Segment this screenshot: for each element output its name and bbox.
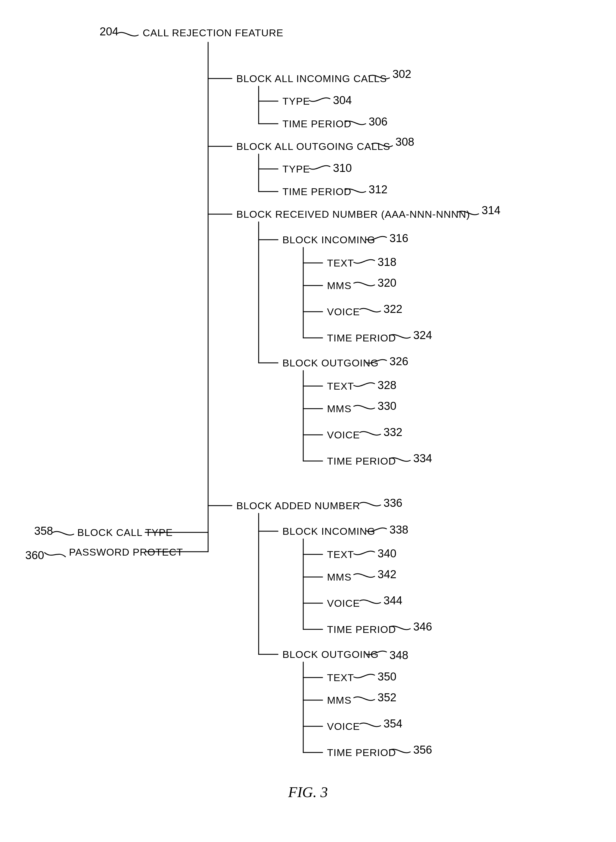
leader-358 <box>53 532 74 535</box>
ref-320: 320 <box>378 276 396 289</box>
figure-label: FIG. 3 <box>288 784 328 800</box>
label-308: BLOCK ALL OUTGOING CALLS <box>236 141 390 152</box>
ref-338: 338 <box>389 523 408 536</box>
ref-322: 322 <box>384 303 402 315</box>
ref-312: 312 <box>369 183 387 196</box>
leader-336 <box>360 503 381 506</box>
ref-346: 346 <box>413 620 432 633</box>
ref-340: 340 <box>378 547 396 560</box>
leader-332 <box>360 432 381 435</box>
leader-340 <box>354 551 375 555</box>
ref-350: 350 <box>378 670 396 683</box>
label-314: BLOCK RECEIVED NUMBER (AAA-NNN-NNNN) <box>236 209 470 220</box>
leader-350 <box>354 674 375 678</box>
leader-352 <box>354 697 375 701</box>
label-328: TEXT <box>327 381 354 392</box>
leader-360 <box>45 553 65 557</box>
leader-354 <box>360 723 381 727</box>
ref-324: 324 <box>413 329 432 341</box>
label-344: VOICE <box>327 598 360 609</box>
label-320: MMS <box>327 280 351 291</box>
leader-310 <box>309 166 330 169</box>
label-334: TIME PERIOD <box>327 456 396 467</box>
label-322: VOICE <box>327 306 360 317</box>
label-350: TEXT <box>327 672 354 683</box>
leader-328 <box>354 383 375 386</box>
ref-328: 328 <box>378 379 396 391</box>
ref-336: 336 <box>384 497 402 509</box>
label-336: BLOCK ADDED NUMBER <box>236 500 360 511</box>
label-356: TIME PERIOD <box>327 747 396 758</box>
label-352: MMS <box>327 695 351 706</box>
label-358: BLOCK CALL TYPE <box>77 527 173 538</box>
label-324: TIME PERIOD <box>327 332 396 344</box>
root-label: CALL REJECTION FEATURE <box>143 27 284 38</box>
label-340: TEXT <box>327 549 354 560</box>
ref-330: 330 <box>378 400 396 412</box>
ref-360: 360 <box>25 549 44 561</box>
leader-330 <box>354 406 375 409</box>
label-348: BLOCK OUTGOING <box>282 649 379 660</box>
leader-322 <box>360 309 381 312</box>
label-332: VOICE <box>327 429 360 441</box>
leader-304 <box>309 98 330 101</box>
ref-344: 344 <box>384 594 402 607</box>
ref-354: 354 <box>384 717 402 730</box>
ref-326: 326 <box>389 355 408 367</box>
leader-204 <box>117 32 138 36</box>
leader-320 <box>354 282 375 286</box>
ref-342: 342 <box>378 568 396 580</box>
ref-352: 352 <box>378 691 396 704</box>
label-338: BLOCK INCOMING <box>282 526 375 537</box>
ref-204: 204 <box>100 25 118 38</box>
label-360: PASSWORD PROTECT <box>69 547 183 558</box>
ref-332: 332 <box>384 426 402 438</box>
ref-316: 316 <box>389 232 408 244</box>
label-310: TYPE <box>282 163 310 175</box>
label-330: MMS <box>327 403 351 414</box>
label-342: MMS <box>327 572 351 583</box>
ref-358: 358 <box>34 525 53 537</box>
ref-304: 304 <box>333 94 352 106</box>
ref-310: 310 <box>333 162 352 174</box>
diagram-canvas: 204 CALL REJECTION FEATURE 358 BLOCK CAL… <box>0 0 616 842</box>
ref-356: 356 <box>413 744 432 756</box>
label-318: TEXT <box>327 257 354 269</box>
label-306: TIME PERIOD <box>282 118 351 129</box>
leader-342 <box>354 574 375 577</box>
leader-344 <box>360 600 381 604</box>
ref-334: 334 <box>413 452 432 464</box>
label-304: TYPE <box>282 96 310 107</box>
label-346: TIME PERIOD <box>327 624 396 635</box>
label-302: BLOCK ALL INCOMING CALLS <box>236 73 387 84</box>
label-312: TIME PERIOD <box>282 186 351 197</box>
label-316: BLOCK INCOMING <box>282 234 375 245</box>
ref-348: 348 <box>389 649 408 661</box>
leader-318 <box>354 260 375 263</box>
label-326: BLOCK OUTGOING <box>282 357 379 369</box>
label-354: VOICE <box>327 721 360 732</box>
ref-306: 306 <box>369 115 387 128</box>
ref-302: 302 <box>392 68 411 80</box>
ref-314: 314 <box>482 204 500 216</box>
ref-308: 308 <box>395 136 414 148</box>
ref-318: 318 <box>378 256 396 268</box>
